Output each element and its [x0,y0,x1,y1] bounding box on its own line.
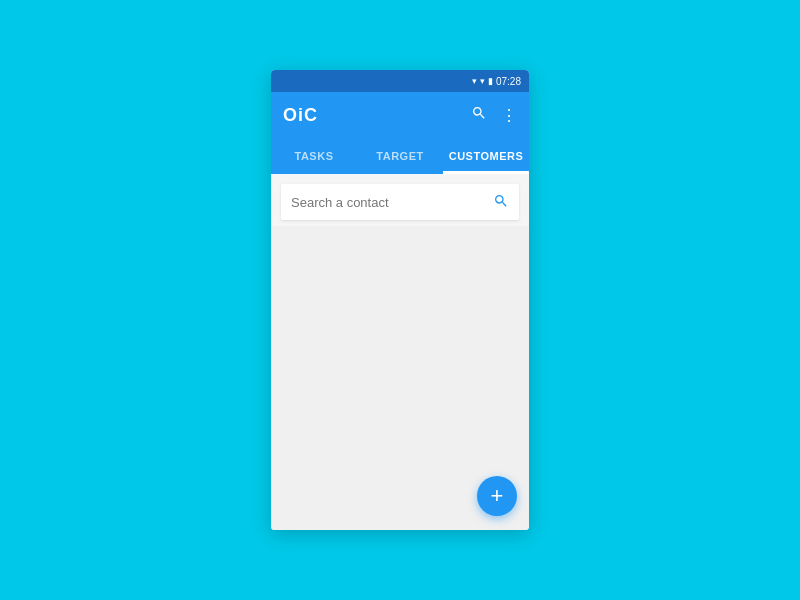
battery-icon: ▮ [488,76,493,86]
wifi-icon: ▾ [472,76,477,86]
tab-target[interactable]: TARGET [357,138,443,174]
status-time: 07:28 [496,76,521,87]
more-menu-icon[interactable]: ⋮ [501,106,517,125]
phone-frame: ▾ ▾ ▮ 07:28 OiC ⋮ TASKS TARGET CUSTOMERS [271,70,529,530]
search-input[interactable] [291,195,493,210]
tabs: TASKS TARGET CUSTOMERS [271,138,529,174]
app-logo: OiC [283,105,318,126]
status-bar: ▾ ▾ ▮ 07:28 [271,70,529,92]
app-bar: OiC ⋮ [271,92,529,138]
add-customer-fab[interactable]: + [477,476,517,516]
tab-customers[interactable]: CUSTOMERS [443,138,529,174]
add-icon: + [491,483,504,509]
search-icon[interactable] [471,105,487,125]
tab-tasks[interactable]: TASKS [271,138,357,174]
search-bar [281,184,519,220]
content-area: + [271,174,529,530]
app-bar-actions: ⋮ [471,105,517,125]
signal-icon: ▾ [480,76,485,86]
search-submit-icon[interactable] [493,193,509,212]
status-icons: ▾ ▾ ▮ 07:28 [472,76,521,87]
